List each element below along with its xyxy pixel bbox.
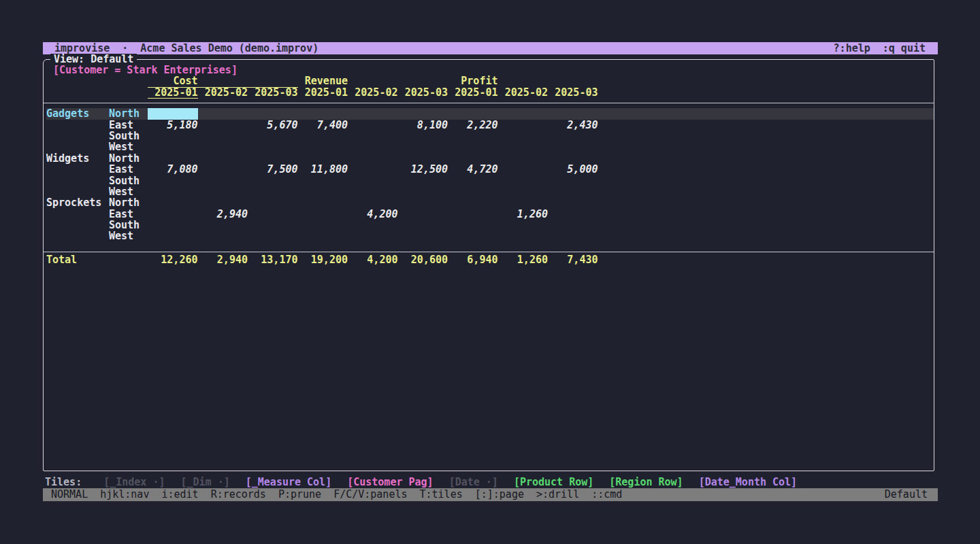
month-header[interactable]: 2025-02 (348, 87, 398, 99)
value-cell[interactable] (248, 131, 298, 141)
month-header[interactable]: 2025-03 (248, 87, 298, 99)
value-cell[interactable] (548, 231, 598, 241)
value-cell[interactable] (248, 175, 298, 186)
region-cell[interactable]: East (109, 120, 148, 131)
value-cell[interactable] (548, 220, 598, 231)
region-cell[interactable]: West (109, 186, 148, 197)
value-cell[interactable] (398, 231, 448, 241)
value-cell[interactable]: 5,670 (248, 120, 298, 131)
value-cell[interactable] (448, 131, 498, 141)
table-row[interactable]: West (46, 141, 934, 152)
table-row[interactable]: East 2,940 4,200 1,260 (46, 209, 934, 220)
table-row[interactable]: Widgets North (46, 153, 934, 164)
value-cell[interactable] (298, 197, 348, 208)
region-cell[interactable]: South (109, 220, 148, 231)
value-cell[interactable] (198, 108, 248, 119)
product-cell[interactable]: Widgets (46, 153, 109, 164)
value-cell[interactable] (448, 153, 498, 164)
tile-dim[interactable]: [_Dim ·] (181, 476, 230, 488)
value-cell[interactable] (448, 186, 498, 197)
value-cell[interactable] (198, 141, 248, 152)
value-cell[interactable] (398, 153, 448, 164)
value-cell[interactable] (348, 175, 398, 186)
value-cell[interactable] (498, 220, 549, 231)
value-cell[interactable]: 5,000 (548, 164, 598, 175)
value-cell[interactable]: 11,800 (298, 164, 348, 175)
value-cell[interactable]: 4,200 (348, 209, 398, 220)
value-cell[interactable]: 5,180 (148, 120, 198, 131)
product-cell[interactable] (46, 209, 109, 220)
table-row[interactable]: Sprockets North (46, 197, 934, 208)
value-cell[interactable]: 2,220 (448, 120, 498, 131)
value-cell[interactable] (548, 153, 598, 164)
value-cell[interactable] (248, 153, 298, 164)
value-cell[interactable] (348, 231, 398, 241)
value-cell[interactable]: 7,080 (148, 164, 198, 175)
product-cell[interactable] (46, 164, 109, 175)
month-header[interactable]: 2025-02 (498, 87, 549, 99)
value-cell[interactable] (448, 220, 498, 231)
filter-chip[interactable]: [Customer = Stark Enterprises] (46, 65, 934, 75)
table-row[interactable]: West (46, 231, 934, 241)
product-cell[interactable] (46, 231, 109, 241)
region-cell[interactable]: North (109, 108, 148, 119)
value-cell[interactable]: 2,940 (198, 209, 248, 220)
value-cell[interactable] (348, 153, 398, 164)
value-cell[interactable] (548, 186, 598, 197)
value-cell[interactable] (398, 197, 448, 208)
value-cell[interactable] (448, 175, 498, 186)
value-cell[interactable] (298, 209, 348, 220)
table-row[interactable]: East 7,080 7,500 11,800 12,500 4,720 5,0… (46, 164, 934, 175)
value-cell[interactable] (348, 197, 398, 208)
product-cell[interactable]: Gadgets (46, 108, 109, 119)
value-cell[interactable] (548, 141, 598, 152)
value-cell[interactable] (398, 220, 448, 231)
region-cell[interactable]: North (109, 153, 148, 164)
value-cell[interactable] (548, 175, 598, 186)
value-cell[interactable] (148, 220, 198, 231)
value-cell[interactable] (498, 197, 549, 208)
value-cell[interactable] (248, 220, 298, 231)
value-cell[interactable] (298, 231, 348, 241)
value-cell[interactable] (498, 153, 549, 164)
value-cell[interactable] (248, 209, 298, 220)
value-cell[interactable] (498, 120, 549, 131)
value-cell[interactable] (298, 153, 348, 164)
value-cell[interactable] (448, 141, 498, 152)
value-cell[interactable] (398, 175, 448, 186)
table-row[interactable]: East 5,180 5,670 7,400 8,100 2,220 2,430 (46, 120, 934, 131)
value-cell[interactable] (548, 209, 598, 220)
cursor-cell[interactable] (148, 108, 198, 119)
value-cell[interactable] (198, 175, 248, 186)
value-cell[interactable] (148, 186, 198, 197)
value-cell[interactable] (448, 231, 498, 241)
value-cell[interactable] (498, 141, 549, 152)
value-cell[interactable] (448, 108, 498, 119)
month-header[interactable]: 2025-01 (298, 87, 348, 99)
tile-measure[interactable]: [_Measure Col] (246, 476, 331, 488)
value-cell[interactable] (298, 131, 348, 141)
value-cell[interactable] (498, 164, 549, 175)
value-cell[interactable] (148, 175, 198, 186)
tile-customer[interactable]: [Customer Pag] (347, 476, 433, 488)
table-row[interactable]: South (46, 175, 934, 186)
region-cell[interactable]: West (109, 141, 148, 152)
month-header[interactable]: 2025-03 (398, 87, 448, 99)
tile-date-month[interactable]: [Date_Month Col] (699, 476, 798, 488)
value-cell[interactable]: 4,720 (448, 164, 498, 175)
value-cell[interactable]: 2,430 (548, 120, 598, 131)
month-header[interactable]: 2025-03 (548, 87, 598, 99)
value-cell[interactable] (248, 197, 298, 208)
value-cell[interactable] (498, 131, 549, 141)
value-cell[interactable] (398, 209, 448, 220)
value-cell[interactable] (548, 131, 598, 141)
value-cell[interactable] (448, 209, 498, 220)
tile-product[interactable]: [Product Row] (514, 476, 593, 488)
region-cell[interactable]: West (109, 231, 148, 241)
value-cell[interactable] (498, 108, 549, 119)
value-cell[interactable] (398, 186, 448, 197)
value-cell[interactable] (148, 153, 198, 164)
value-cell[interactable] (248, 231, 298, 241)
value-cell[interactable] (198, 220, 248, 231)
product-cell[interactable] (46, 175, 109, 186)
